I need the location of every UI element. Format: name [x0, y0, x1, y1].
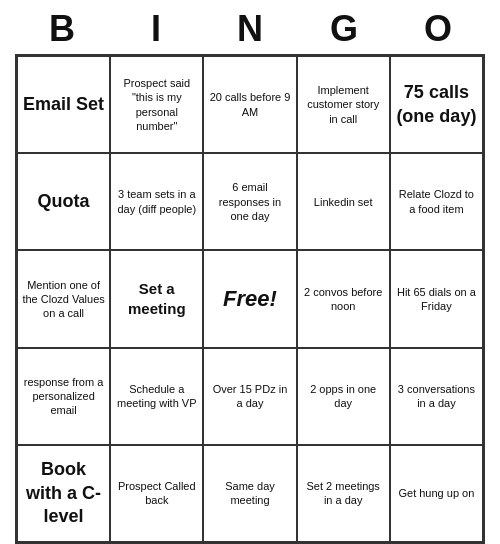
- bingo-cell-14: Hit 65 dials on a Friday: [390, 250, 483, 347]
- bingo-cell-22: Same day meeting: [203, 445, 296, 542]
- bingo-cell-2: 20 calls before 9 AM: [203, 56, 296, 153]
- bingo-cell-16: Schedule a meeting with VP: [110, 348, 203, 445]
- header-letter-o: O: [395, 8, 481, 50]
- header-letter-g: G: [301, 8, 387, 50]
- header-letter-i: I: [113, 8, 199, 50]
- bingo-grid: Email SetProspect said "this is my perso…: [15, 54, 485, 544]
- bingo-cell-9: Relate Clozd to a food item: [390, 153, 483, 250]
- bingo-cell-12: Free!: [203, 250, 296, 347]
- bingo-cell-0: Email Set: [17, 56, 110, 153]
- bingo-cell-23: Set 2 meetings in a day: [297, 445, 390, 542]
- bingo-cell-4: 75 calls (one day): [390, 56, 483, 153]
- bingo-cell-11: Set a meeting: [110, 250, 203, 347]
- bingo-cell-17: Over 15 PDz in a day: [203, 348, 296, 445]
- bingo-cell-24: Get hung up on: [390, 445, 483, 542]
- bingo-cell-13: 2 convos before noon: [297, 250, 390, 347]
- bingo-cell-1: Prospect said "this is my personal numbe…: [110, 56, 203, 153]
- bingo-header: BINGO: [15, 0, 485, 54]
- bingo-cell-15: response from a personalized email: [17, 348, 110, 445]
- bingo-cell-5: Quota: [17, 153, 110, 250]
- bingo-cell-10: Mention one of the Clozd Values on a cal…: [17, 250, 110, 347]
- header-letter-n: N: [207, 8, 293, 50]
- bingo-cell-6: 3 team sets in a day (diff people): [110, 153, 203, 250]
- header-letter-b: B: [19, 8, 105, 50]
- bingo-cell-20: Book with a C-level: [17, 445, 110, 542]
- bingo-cell-18: 2 opps in one day: [297, 348, 390, 445]
- bingo-cell-19: 3 conversations in a day: [390, 348, 483, 445]
- bingo-cell-8: Linkedin set: [297, 153, 390, 250]
- bingo-cell-21: Prospect Called back: [110, 445, 203, 542]
- bingo-cell-3: Implement customer story in call: [297, 56, 390, 153]
- bingo-cell-7: 6 email responses in one day: [203, 153, 296, 250]
